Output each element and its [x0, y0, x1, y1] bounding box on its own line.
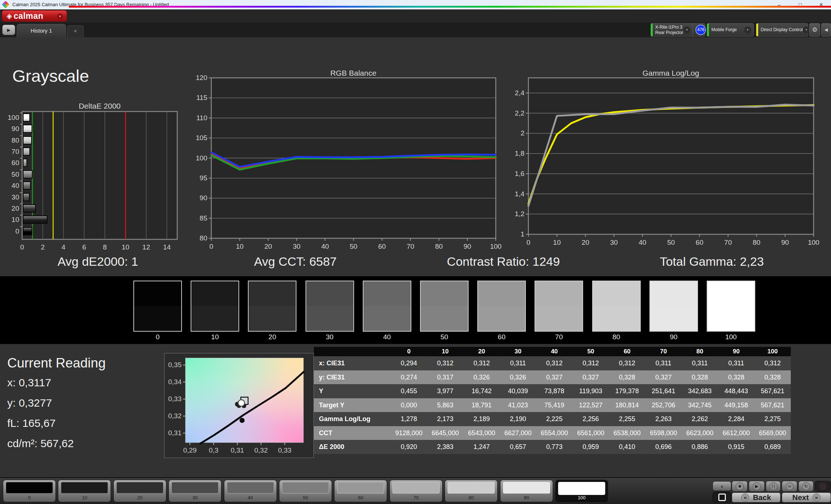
close-button[interactable]: × — [813, 0, 829, 9]
swatch-level-label: 80 — [612, 333, 620, 341]
display-control-label: Direct Display Control — [758, 27, 803, 33]
x-axis-label: 40 — [321, 243, 329, 251]
pattern-patch — [337, 482, 384, 494]
tab-history-1[interactable]: History 1 — [17, 24, 66, 37]
y-axis-label: 95 — [200, 174, 207, 182]
calman-window: Calman 2025 Calman Ultimate for Business… — [0, 0, 831, 504]
deltae-bar — [23, 159, 27, 167]
table-cell: 6627,000 — [500, 426, 536, 440]
table-row-label: ΔE 2000 — [314, 440, 391, 454]
deltae-xtick-label: 12 — [142, 243, 150, 251]
grayscale-swatch — [649, 281, 698, 332]
pattern-button-20[interactable]: 20 — [113, 480, 166, 502]
back-button[interactable]: « Back — [732, 492, 781, 503]
table-cell: 252,706 — [645, 398, 682, 412]
pattern-button-0[interactable]: 0 — [3, 480, 56, 502]
table-row: Gamma Log/Log1,2782,1732,1892,1902,2252,… — [314, 412, 791, 426]
page-title: Grayscale — [12, 66, 89, 86]
table-cell: 2,255 — [609, 412, 645, 426]
table-header-cell: 90 — [718, 347, 754, 356]
stat-total-gamma: Total Gamma: 2,23 — [660, 255, 764, 269]
table-cell: 0,920 — [391, 440, 427, 454]
logo-menu-caret-icon[interactable]: ▼ — [57, 13, 63, 20]
table-header-cell — [314, 347, 391, 356]
deltae-ytick-label: 0 — [15, 227, 19, 235]
display-control-dropdown[interactable]: Direct Display Control ▼ — [756, 23, 808, 37]
pattern-button-10[interactable]: 10 — [58, 480, 111, 502]
table-cell: 0,327 — [573, 370, 609, 385]
table-cell: 5,863 — [427, 398, 463, 412]
table-cell: 2,284 — [718, 412, 754, 426]
meter-line1: X-Rite i1Pro 3 — [655, 25, 682, 30]
axis-tick — [20, 169, 22, 170]
chart-canvas — [211, 78, 496, 238]
y-axis-label: 115 — [196, 94, 207, 102]
add-tab-button[interactable]: + — [67, 25, 84, 37]
table-cell: 0,959 — [573, 440, 609, 454]
deltae-bar — [23, 113, 30, 122]
calman-logo[interactable]: ◈ calman ▼ — [2, 10, 67, 22]
transport-step-button[interactable]: [··] — [766, 481, 781, 492]
y-axis-label: 120 — [196, 74, 207, 82]
cie-xtick-label: 0,31 — [230, 446, 244, 454]
record-button-disabled[interactable] — [815, 481, 831, 492]
maximize-button[interactable]: □ — [792, 0, 808, 9]
pattern-level-label: 70 — [390, 495, 442, 500]
table-cell: 567,621 — [755, 384, 791, 398]
transport-loop-button[interactable]: ∞ — [782, 481, 797, 492]
pattern-button-30[interactable]: 30 — [169, 480, 221, 502]
y-axis-label: 1,8 — [515, 150, 524, 158]
table-header-cell: 70 — [645, 347, 682, 356]
pattern-button-60[interactable]: 60 — [334, 480, 387, 502]
table-cell: 1,247 — [464, 440, 500, 454]
stop-pattern-button[interactable] — [712, 492, 731, 503]
collapse-up-button[interactable]: ▲ — [712, 481, 731, 491]
deltae-xtick-label: 4 — [62, 243, 66, 251]
table-row-label: CCT — [314, 426, 391, 440]
meter-dropdown[interactable]: X-Rite i1Pro 3 Rear Projector ▼ 476 — [651, 23, 705, 37]
table-cell: 0,317 — [427, 370, 463, 385]
table-cell: 0,294 — [391, 356, 427, 370]
settings-gear-button[interactable]: ⚙ — [809, 23, 820, 37]
calman-logo-text: calman — [13, 11, 43, 21]
transport-play-button[interactable]: ▶ — [749, 481, 765, 492]
divider — [693, 24, 693, 36]
next-label: Next — [792, 493, 809, 502]
axis-tick — [20, 215, 22, 215]
pattern-button-40[interactable]: 40 — [224, 480, 277, 502]
table-cell: 6598,000 — [645, 426, 682, 440]
x-axis-label: 80 — [753, 239, 760, 247]
table-cell: 0,455 — [391, 384, 427, 398]
pattern-button-100[interactable]: 100 — [555, 480, 608, 502]
stop-icon: ■ — [736, 482, 744, 490]
x-axis-label: 70 — [407, 243, 414, 251]
meter-count-badge[interactable]: 476 — [695, 25, 706, 35]
table-cell: 0,328 — [718, 370, 754, 385]
run-button[interactable]: ▶ — [2, 25, 15, 35]
table-cell: 18,791 — [464, 398, 500, 412]
deltae-xtick-label: 14 — [163, 243, 171, 251]
collapse-panel-button[interactable]: ◀ — [821, 23, 831, 37]
source-dropdown[interactable]: Mobile Forge ▼ — [707, 23, 754, 37]
table-cell: 342,745 — [682, 398, 718, 412]
reading-y: y: 0,3277 — [7, 397, 52, 409]
pattern-level-label: 0 — [3, 495, 55, 500]
pattern-button-50[interactable]: 50 — [279, 480, 332, 502]
table-cell: 2,262 — [682, 412, 718, 426]
x-axis-label: 20 — [264, 243, 272, 251]
transport-refresh-button[interactable]: ↻ — [798, 481, 814, 492]
minimize-button[interactable]: – — [771, 0, 787, 9]
next-button[interactable]: Next » — [782, 492, 831, 503]
record-circle-icon — [819, 483, 827, 490]
step-icon: [··] — [769, 482, 777, 490]
chevron-down-icon[interactable]: ▼ — [744, 26, 751, 34]
chevron-down-icon[interactable]: ▼ — [683, 26, 690, 34]
pattern-button-70[interactable]: 70 — [390, 480, 442, 502]
cie-ytick-label: 0,32 — [168, 412, 182, 420]
transport-stop-button[interactable]: ■ — [732, 481, 748, 492]
table-cell: 122,527 — [573, 398, 609, 412]
pattern-button-80[interactable]: 80 — [445, 480, 498, 502]
table-cell: 0,886 — [682, 440, 718, 454]
reading-cdm2: cd/m²: 567,62 — [7, 437, 74, 450]
pattern-button-90[interactable]: 90 — [500, 480, 553, 502]
